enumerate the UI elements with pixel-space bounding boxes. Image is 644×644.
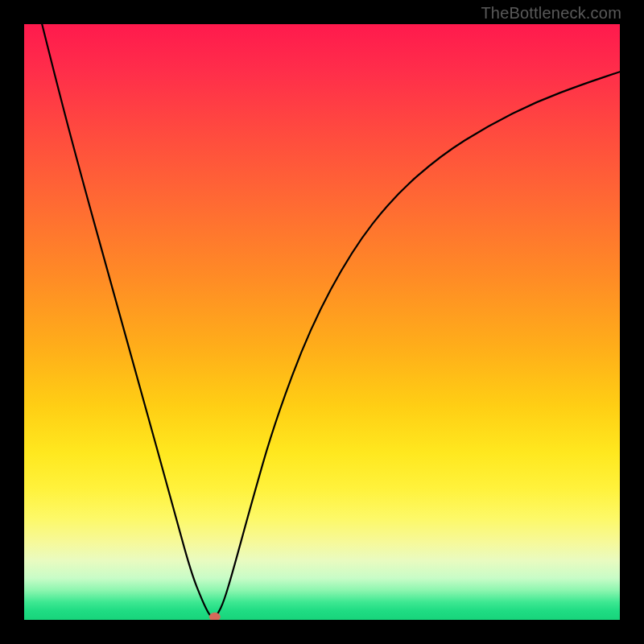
optimum-marker (209, 613, 221, 620)
watermark-text: TheBottleneck.com (481, 4, 621, 23)
chart-svg (24, 24, 620, 620)
chart-frame: TheBottleneck.com (0, 0, 644, 644)
plot-area (24, 24, 620, 620)
bottleneck-curve (42, 24, 620, 617)
